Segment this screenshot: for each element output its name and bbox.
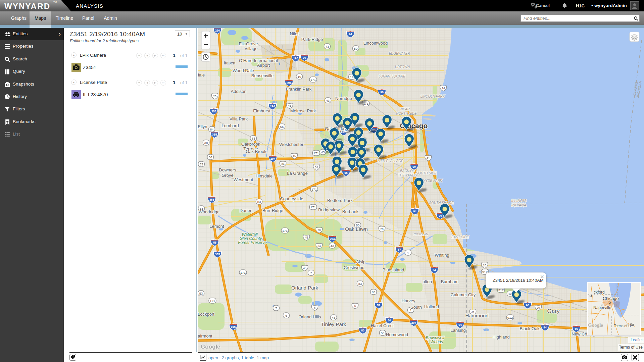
svg-text:Orland Park: Orland Park bbox=[291, 285, 318, 291]
svg-text:290: 290 bbox=[215, 29, 220, 32]
svg-text:94: 94 bbox=[349, 33, 352, 36]
svg-text:EAST SIDE: EAST SIDE bbox=[451, 235, 469, 239]
svg-text:12: 12 bbox=[508, 292, 512, 296]
svg-text:Forest Preserve: Forest Preserve bbox=[238, 240, 267, 245]
svg-text:94: 94 bbox=[458, 323, 462, 326]
svg-text:57: 57 bbox=[377, 304, 380, 307]
svg-text:Burr Ridge: Burr Ridge bbox=[262, 208, 283, 213]
svg-text:171: 171 bbox=[240, 271, 246, 274]
svg-text:294: 294 bbox=[270, 157, 276, 160]
svg-text:HYDE PARK: HYDE PARK bbox=[423, 179, 442, 183]
svg-text:Itasca: Itasca bbox=[224, 60, 236, 65]
svg-text:45: 45 bbox=[305, 236, 308, 239]
svg-text:94: 94 bbox=[543, 326, 547, 329]
svg-text:Oak Lawn: Oak Lawn bbox=[345, 226, 368, 232]
svg-text:Google: Google bbox=[588, 322, 603, 328]
svg-text:Elk Grove: Elk Grove bbox=[239, 41, 258, 46]
svg-text:171: 171 bbox=[313, 151, 319, 155]
svg-text:Villa Park: Villa Park bbox=[230, 116, 248, 121]
svg-text:912: 912 bbox=[482, 270, 488, 274]
svg-text:Whiting: Whiting bbox=[435, 253, 449, 258]
svg-text:38: 38 bbox=[204, 141, 208, 145]
svg-text:355: 355 bbox=[212, 133, 217, 136]
svg-text:65: 65 bbox=[575, 327, 578, 330]
svg-text:Woods: Woods bbox=[430, 340, 443, 344]
svg-text:LOGAN SQUARE: LOGAN SQUARE bbox=[379, 74, 405, 78]
svg-text:Elmhurst: Elmhurst bbox=[253, 108, 270, 113]
svg-text:Countryside: Countryside bbox=[280, 196, 303, 201]
svg-text:Z3451 2/19/2016 10:40AM: Z3451 2/19/2016 10:40AM bbox=[493, 278, 544, 283]
svg-text:Park Ridge: Park Ridge bbox=[301, 37, 323, 42]
svg-text:NEAR: NEAR bbox=[400, 107, 410, 111]
svg-text:Addison: Addison bbox=[231, 89, 247, 94]
svg-text:Burbank: Burbank bbox=[342, 209, 359, 214]
svg-text:ILLINOIS: ILLINOIS bbox=[511, 199, 527, 203]
svg-text:ROSELAN: ROSELAN bbox=[413, 232, 428, 236]
svg-text:83: 83 bbox=[372, 290, 376, 294]
svg-text:90: 90 bbox=[439, 214, 442, 217]
svg-text:dale: dale bbox=[198, 72, 205, 77]
svg-text:Airport: Airport bbox=[257, 63, 270, 68]
svg-text:Google: Google bbox=[201, 344, 220, 350]
svg-text:94: 94 bbox=[413, 210, 416, 213]
svg-text:Grove: Grove bbox=[221, 173, 233, 178]
svg-text:355: 355 bbox=[211, 110, 216, 113]
svg-text:14: 14 bbox=[442, 87, 445, 90]
svg-text:Melrose Park: Melrose Park bbox=[290, 108, 316, 113]
svg-text:34: 34 bbox=[317, 244, 321, 248]
svg-text:94: 94 bbox=[433, 268, 436, 272]
svg-text:Norridge: Norridge bbox=[335, 96, 352, 101]
svg-text:Westmont: Westmont bbox=[234, 177, 253, 182]
svg-text:83: 83 bbox=[257, 200, 261, 204]
svg-text:43: 43 bbox=[326, 99, 330, 102]
svg-text:Wood Dale: Wood Dale bbox=[233, 68, 254, 73]
svg-text:SOUTH SIDE: SOUTH SIDE bbox=[416, 171, 436, 175]
svg-text:6: 6 bbox=[285, 314, 287, 317]
svg-text:90: 90 bbox=[380, 91, 384, 94]
svg-text:Gary: Gary bbox=[547, 308, 560, 314]
svg-text:43: 43 bbox=[332, 316, 336, 319]
svg-text:Crestwood: Crestwood bbox=[344, 265, 364, 270]
svg-text:✈: ✈ bbox=[278, 61, 281, 66]
svg-text:Burnham: Burnham bbox=[441, 279, 459, 284]
svg-text:90: 90 bbox=[526, 304, 529, 307]
svg-text:Downers: Downers bbox=[219, 167, 236, 172]
svg-text:Alsip: Alsip bbox=[356, 259, 365, 264]
svg-text:294: 294 bbox=[287, 81, 292, 85]
svg-text:olton: olton bbox=[423, 279, 432, 284]
svg-text:355: 355 bbox=[231, 325, 236, 328]
svg-text:6: 6 bbox=[354, 304, 356, 308]
svg-text:80: 80 bbox=[361, 329, 364, 332]
svg-text:7: 7 bbox=[275, 306, 277, 310]
svg-text:171: 171 bbox=[310, 205, 316, 209]
svg-text:294: 294 bbox=[411, 321, 416, 324]
svg-text:1: 1 bbox=[407, 251, 409, 255]
svg-text:20: 20 bbox=[483, 264, 486, 267]
svg-text:912: 912 bbox=[507, 316, 513, 319]
svg-text:Lemont: Lemont bbox=[209, 224, 224, 229]
svg-text:19: 19 bbox=[298, 75, 301, 79]
svg-text:34: 34 bbox=[315, 166, 318, 169]
svg-text:55: 55 bbox=[344, 171, 348, 174]
svg-text:Woodridge: Woodridge bbox=[199, 209, 220, 214]
svg-text:43: 43 bbox=[321, 150, 325, 154]
svg-text:55: 55 bbox=[213, 241, 216, 244]
svg-text:Homewood: Homewood bbox=[386, 332, 408, 337]
svg-text:43: 43 bbox=[331, 244, 334, 248]
svg-text:THE YARDS: THE YARDS bbox=[398, 173, 417, 177]
svg-text:n Ellyn: n Ellyn bbox=[198, 124, 207, 129]
svg-text:Lockport: Lockport bbox=[198, 312, 214, 317]
svg-text:190: 190 bbox=[293, 57, 298, 60]
svg-text:EDGEWATER: EDGEWATER bbox=[389, 52, 410, 55]
svg-text:Niles: Niles bbox=[290, 31, 300, 36]
svg-text:294: 294 bbox=[330, 237, 335, 241]
svg-text:41: 41 bbox=[427, 156, 430, 160]
svg-text:Holland: Holland bbox=[424, 304, 439, 309]
svg-text:171: 171 bbox=[210, 299, 215, 303]
svg-text:Franklin Park: Franklin Park bbox=[286, 87, 312, 92]
svg-text:Naperville: Naperville bbox=[593, 305, 611, 310]
svg-text:Terms of U: Terms of U bbox=[614, 324, 631, 328]
svg-text:45: 45 bbox=[303, 266, 306, 270]
svg-text:Orland Hills: Orland Hills bbox=[298, 314, 321, 319]
svg-text:Lincolnwood: Lincolnwood bbox=[363, 41, 388, 46]
